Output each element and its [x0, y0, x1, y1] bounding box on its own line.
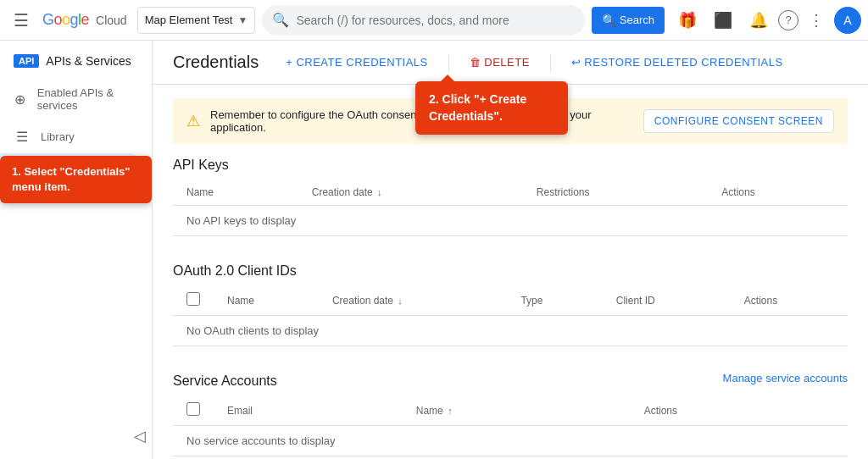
sidebar-item-library[interactable]: ☰ Library: [0, 120, 145, 153]
service-accounts-title: Service Accounts: [173, 373, 277, 389]
library-icon: ☰: [14, 129, 31, 145]
sa-select-all[interactable]: [186, 402, 200, 416]
project-selector[interactable]: Map Element Test ▼: [137, 7, 256, 34]
main-toolbar: Credentials + CREATE CREDENTIALS 🗑 DELET…: [153, 41, 868, 85]
delete-button[interactable]: 🗑 DELETE: [463, 51, 537, 74]
restore-icon: ↩: [571, 56, 581, 69]
terminal-icon[interactable]: ⬛: [707, 4, 739, 36]
callout-2: 2. Click "+ Create Credentials".: [415, 81, 568, 135]
callout-1: 1. Select "Credentials" menu item.: [0, 156, 152, 203]
layout: API APIs & Services ⊕ Enabled APIs & ser…: [0, 41, 868, 459]
sort-icon-oauth: ↓: [398, 296, 403, 306]
sa-name-col[interactable]: Name ↑: [403, 395, 631, 426]
sa-check-col: [173, 395, 214, 426]
avatar[interactable]: A: [834, 7, 861, 34]
search-button[interactable]: 🔍 Search: [592, 7, 665, 34]
api-keys-table: Name Creation date ↓ Restrictions Action…: [173, 180, 848, 236]
gift-icon[interactable]: 🎁: [671, 4, 704, 36]
oauth-client-id-col: Client ID: [603, 285, 731, 316]
oauth-title: OAuth 2.0 Client IDs: [173, 263, 848, 279]
create-credentials-button[interactable]: + CREATE CREDENTIALS: [279, 51, 435, 74]
more-icon[interactable]: ⋮: [802, 4, 831, 36]
menu-icon[interactable]: ☰: [7, 3, 36, 37]
oauth-table: Name Creation date ↓ Type Client ID Acti…: [173, 285, 848, 346]
sort-icon: ↓: [377, 187, 382, 197]
oauth-actions-col: Actions: [731, 285, 848, 316]
bell-icon[interactable]: 🔔: [743, 4, 775, 36]
sidebar-item-library-label: Library: [41, 130, 75, 143]
oauth-check-col: [173, 285, 214, 316]
api-badge: API: [14, 54, 39, 68]
collapse-icon: ◁: [134, 427, 146, 445]
service-accounts-section: Service Accounts Manage service accounts…: [153, 360, 868, 459]
oauth-creation-col[interactable]: Creation date ↓: [319, 285, 507, 316]
manage-service-accounts-link[interactable]: Manage service accounts: [723, 372, 848, 384]
sidebar-collapse-toggle[interactable]: ◁: [0, 420, 153, 452]
api-keys-restrictions-col: Restrictions: [523, 180, 708, 206]
table-row: No API keys to display: [173, 206, 848, 236]
restore-button[interactable]: ↩ RESTORE DELETED CREDENTIALS: [565, 51, 790, 74]
api-keys-section: API Keys Name Creation date ↓ Restrictio…: [153, 158, 868, 250]
oauth-name-col: Name: [214, 285, 319, 316]
sidebar-item-enabled[interactable]: ⊕ Enabled APIs & services: [0, 78, 145, 120]
sort-icon-sa: ↑: [448, 406, 453, 416]
service-accounts-table: Email Name ↑ Actions No service accounts…: [173, 395, 848, 456]
google-cloud-logo: Google Cloud: [42, 11, 127, 29]
oauth-type-col: Type: [507, 285, 602, 316]
toolbar-divider-1: [448, 54, 449, 71]
api-keys-title: API Keys: [173, 158, 848, 173]
sa-actions-col: Actions: [631, 395, 848, 426]
enabled-icon: ⊕: [14, 91, 27, 108]
sa-empty: No service accounts to display: [173, 426, 848, 456]
toolbar-divider-2: [550, 54, 551, 71]
sidebar: API APIs & Services ⊕ Enabled APIs & ser…: [0, 41, 153, 459]
api-keys-name-col: Name: [173, 180, 298, 206]
oauth-empty: No OAuth clients to display: [173, 316, 848, 346]
oauth-select-all[interactable]: [186, 292, 200, 306]
table-row: No OAuth clients to display: [173, 316, 848, 346]
sidebar-header: API APIs & Services: [0, 47, 152, 75]
delete-icon: 🗑: [470, 56, 481, 69]
search-button-icon: 🔍: [602, 14, 616, 27]
table-row: No service accounts to display: [173, 426, 848, 456]
page-title: Credentials: [173, 53, 259, 72]
cloud-label: Cloud: [96, 14, 127, 27]
search-bar: 🔍: [262, 5, 584, 36]
configure-consent-button[interactable]: CONFIGURE CONSENT SCREEN: [643, 109, 834, 133]
topbar-icons: 🎁 ⬛ 🔔 ? ⋮ A: [671, 4, 861, 36]
oauth-section: OAuth 2.0 Client IDs Name Creation date …: [153, 263, 868, 360]
sa-email-col: Email: [214, 395, 403, 426]
sidebar-item-enabled-label: Enabled APIs & services: [37, 86, 131, 112]
chevron-down-icon: ▼: [237, 14, 248, 26]
search-input[interactable]: [296, 14, 574, 27]
topbar: ☰ Google Cloud Map Element Test ▼ 🔍 🔍 Se…: [0, 0, 868, 41]
api-keys-empty: No API keys to display: [173, 206, 848, 236]
api-keys-actions-col: Actions: [708, 180, 848, 206]
search-icon: 🔍: [272, 12, 289, 28]
api-keys-creation-col[interactable]: Creation date ↓: [298, 180, 523, 206]
alert-icon: ⚠: [186, 112, 200, 130]
apis-services-label: APIs & Services: [46, 54, 131, 68]
main-content: Credentials + CREATE CREDENTIALS 🗑 DELET…: [153, 41, 868, 459]
help-icon[interactable]: ?: [778, 10, 798, 30]
project-selector-text: Map Element Test: [145, 14, 233, 26]
